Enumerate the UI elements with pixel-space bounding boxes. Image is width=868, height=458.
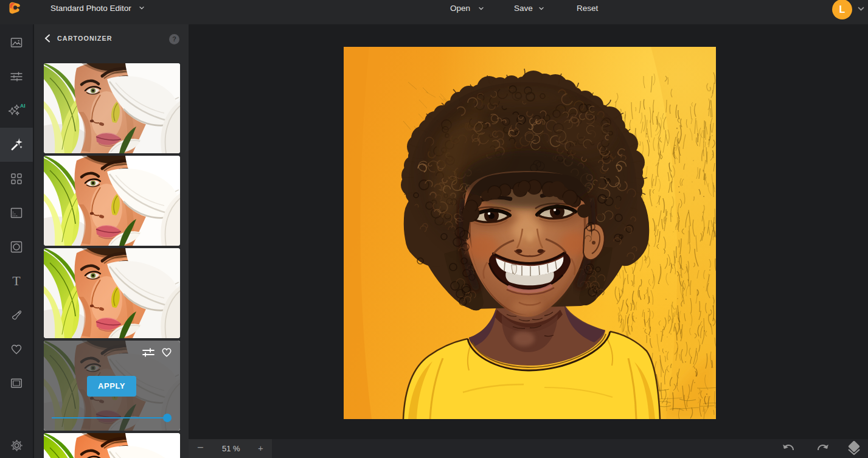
svg-text:AI: AI [20,103,26,109]
